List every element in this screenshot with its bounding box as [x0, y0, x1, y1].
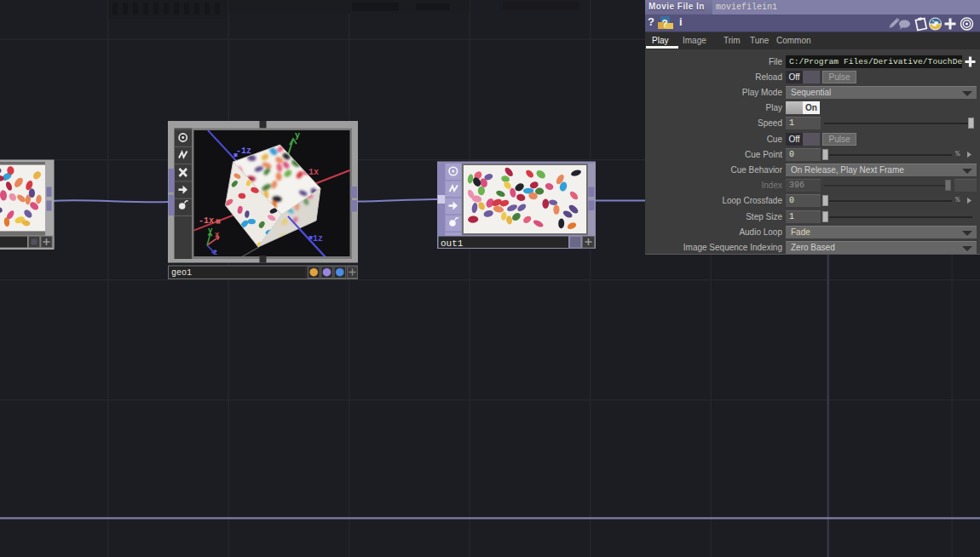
svg-text:z: z	[213, 249, 217, 257]
svg-text:out1: out1	[441, 238, 464, 249]
svg-text:y: y	[208, 227, 213, 235]
svg-text:y: y	[295, 131, 300, 141]
svg-text:geo1: geo1	[171, 268, 192, 278]
svg-text:?: ?	[662, 19, 668, 31]
svg-text:1z: 1z	[313, 234, 323, 244]
svg-text:1x: 1x	[308, 168, 319, 177]
svg-text:-1x: -1x	[199, 216, 214, 226]
svg-text:-1z: -1z	[236, 146, 251, 156]
svg-text:x: x	[215, 231, 220, 239]
